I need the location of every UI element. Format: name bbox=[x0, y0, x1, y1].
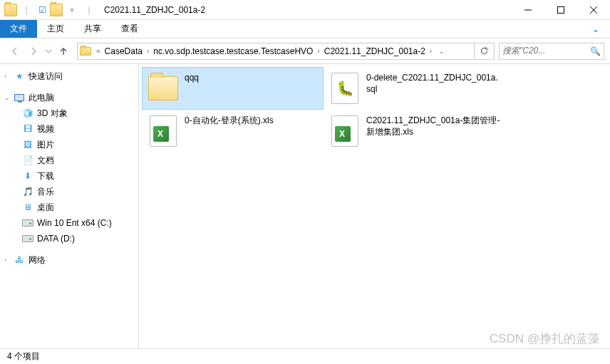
close-button[interactable] bbox=[577, 0, 610, 20]
ribbon-tabs: 文件 主页 共享 查看 ⌄ bbox=[0, 20, 610, 38]
tab-view[interactable]: 查看 bbox=[111, 20, 148, 38]
file-name: qqq bbox=[180, 71, 199, 84]
item-count: 4 个项目 bbox=[7, 350, 40, 363]
sidebar-item[interactable]: DATA (D:) bbox=[0, 231, 138, 246]
sidebar-item-label: 文档 bbox=[37, 155, 54, 167]
recent-locations-button[interactable] bbox=[43, 42, 54, 61]
tab-file[interactable]: 文件 bbox=[0, 20, 37, 38]
tab-home[interactable]: 主页 bbox=[37, 20, 74, 38]
sidebar-item-label: 下载 bbox=[37, 170, 54, 182]
title-bar: | ☑ ▾ | C2021.11_ZDHJC_001a-2 bbox=[0, 0, 610, 20]
sidebar-item-label: 音乐 bbox=[37, 186, 54, 198]
file-item[interactable]: 0-自动化-登录(系统).xls bbox=[142, 110, 324, 152]
cube-icon: 🧊 bbox=[21, 108, 34, 118]
sidebar-item-label: 桌面 bbox=[37, 202, 54, 214]
sidebar-item[interactable]: 🖥桌面 bbox=[0, 199, 138, 215]
forward-button[interactable] bbox=[24, 42, 43, 61]
sidebar-item-label: 视频 bbox=[37, 123, 54, 135]
xls-icon bbox=[328, 114, 362, 148]
sidebar-item-label: DATA (D:) bbox=[37, 234, 75, 244]
sidebar-item[interactable]: 🖼图片 bbox=[0, 137, 138, 152]
sidebar-item[interactable]: Win 10 Ent x64 (C:) bbox=[0, 215, 138, 231]
network-icon: 🖧 bbox=[13, 255, 26, 265]
picture-icon: 🖼 bbox=[21, 140, 34, 150]
minimize-button[interactable] bbox=[512, 0, 544, 20]
folder-icon bbox=[78, 47, 93, 56]
star-icon: ★ bbox=[13, 71, 26, 81]
quick-access-toolbar: | ☑ ▾ | bbox=[0, 4, 101, 16]
sidebar-item[interactable]: 🧊3D 对象 bbox=[0, 105, 138, 121]
maximize-button[interactable] bbox=[544, 0, 577, 20]
sidebar-item-network[interactable]: › 🖧 网络 bbox=[0, 252, 138, 268]
separator: | bbox=[83, 4, 95, 16]
drive-icon bbox=[21, 219, 34, 227]
chevron-left-icon[interactable]: « bbox=[93, 47, 103, 55]
video-icon: 🎞 bbox=[21, 124, 34, 134]
breadcrumb-segment[interactable]: CaseData bbox=[103, 46, 144, 56]
up-button[interactable] bbox=[54, 42, 73, 61]
sidebar-item[interactable]: ⬇下载 bbox=[0, 168, 138, 184]
folder-icon bbox=[4, 4, 17, 16]
music-icon: 🎵 bbox=[21, 187, 34, 197]
sidebar-item-this-pc[interactable]: ⌄ 此电脑 bbox=[0, 90, 138, 105]
back-button[interactable] bbox=[6, 42, 24, 61]
navigation-toolbar: « CaseData › nc.vo.sdp.testcase.testcase… bbox=[0, 38, 610, 64]
file-item[interactable]: 🐛0-delete_C2021.11_ZDHJC_001a.sql bbox=[324, 67, 505, 110]
search-input[interactable]: 搜索"C20... 🔍 bbox=[499, 43, 604, 60]
chevron-right-icon[interactable]: › bbox=[4, 73, 13, 80]
file-name: 0-自动化-登录(系统).xls bbox=[180, 114, 274, 127]
new-folder-icon[interactable] bbox=[50, 4, 63, 16]
chevron-right-icon[interactable]: › bbox=[4, 256, 13, 264]
chevron-down-icon[interactable]: ⌄ bbox=[4, 94, 13, 101]
chevron-right-icon[interactable]: › bbox=[144, 47, 152, 55]
svg-rect-1 bbox=[558, 6, 564, 13]
tab-share[interactable]: 共享 bbox=[74, 20, 111, 38]
separator: | bbox=[20, 4, 33, 16]
sidebar-item-quick-access[interactable]: › ★ 快速访问 bbox=[0, 68, 138, 84]
file-name: 0-delete_C2021.11_ZDHJC_001a.sql bbox=[362, 71, 501, 95]
chevron-right-icon[interactable]: › bbox=[314, 47, 322, 55]
refresh-button[interactable] bbox=[474, 43, 494, 59]
history-dropdown-button[interactable]: ⌄ bbox=[435, 43, 449, 59]
address-bar[interactable]: « CaseData › nc.vo.sdp.testcase.testcase… bbox=[77, 43, 495, 60]
breadcrumb-segment[interactable]: C2021.11_ZDHJC_001a-2 bbox=[323, 46, 427, 56]
separator: ▾ bbox=[66, 4, 78, 16]
sidebar-item-label: Win 10 Ent x64 (C:) bbox=[37, 218, 112, 228]
folder-icon bbox=[146, 71, 180, 105]
monitor-icon bbox=[13, 94, 26, 101]
document-icon: 📄 bbox=[21, 155, 34, 165]
file-name: C2021.11_ZDHJC_001a-集团管理-新增集团.xls bbox=[362, 114, 501, 137]
drive-icon bbox=[21, 235, 34, 242]
sidebar-item[interactable]: 📄文档 bbox=[0, 152, 138, 168]
file-item[interactable]: C2021.11_ZDHJC_001a-集团管理-新增集团.xls bbox=[324, 110, 505, 152]
navigation-pane: › ★ 快速访问 ⌄ 此电脑 🧊3D 对象🎞视频🖼图片📄文档⬇下载🎵音乐🖥桌面W… bbox=[0, 64, 139, 348]
sidebar-item[interactable]: 🎵音乐 bbox=[0, 184, 138, 199]
watermark: CSDN @挣扎的蓝藻 bbox=[490, 331, 600, 347]
desktop-icon: 🖥 bbox=[21, 202, 34, 212]
sidebar-item-label: 3D 对象 bbox=[37, 108, 68, 120]
expand-ribbon-button[interactable]: ⌄ bbox=[581, 20, 610, 38]
window-title: C2021.11_ZDHJC_001a-2 bbox=[101, 5, 205, 15]
sidebar-item-label: 图片 bbox=[37, 139, 54, 151]
sidebar-item[interactable]: 🎞视频 bbox=[0, 121, 138, 137]
download-icon: ⬇ bbox=[21, 171, 34, 181]
file-list: qqq🐛0-delete_C2021.11_ZDHJC_001a.sql0-自动… bbox=[139, 64, 610, 348]
sql-icon: 🐛 bbox=[328, 71, 362, 105]
search-icon: 🔍 bbox=[590, 46, 601, 56]
xls-icon bbox=[146, 114, 180, 148]
search-placeholder: 搜索"C20... bbox=[502, 45, 590, 57]
chevron-right-icon[interactable]: › bbox=[427, 47, 435, 55]
file-item[interactable]: qqq bbox=[142, 67, 324, 110]
breadcrumb-segment[interactable]: nc.vo.sdp.testcase.testcase.TestcaseHVO bbox=[152, 46, 314, 56]
status-bar: 4 个项目 bbox=[0, 348, 610, 364]
properties-icon[interactable]: ☑ bbox=[36, 4, 48, 16]
